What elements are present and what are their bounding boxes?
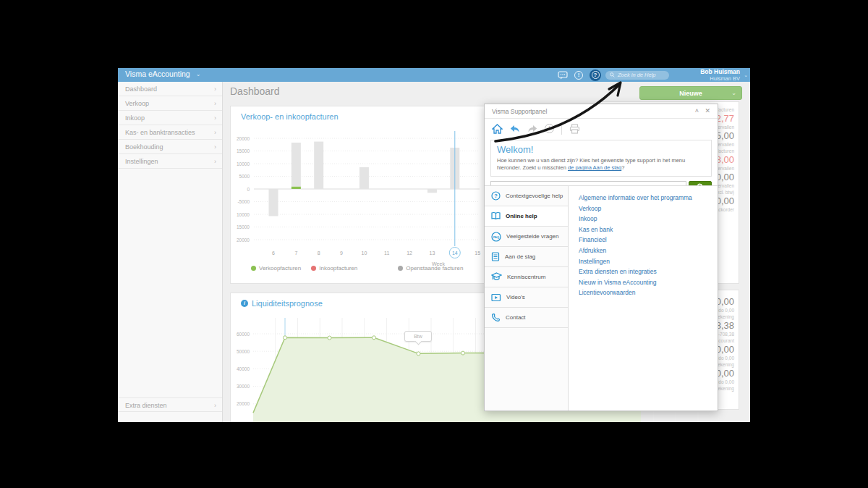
support-menu-label: Online help <box>506 213 537 219</box>
brand-label: Visma eAccounting <box>125 70 190 78</box>
aan-de-slag-link[interactable]: de pagina Aan de slag <box>568 164 621 171</box>
support-menu-contextgevoelige-help[interactable]: ?Contextgevoelige help <box>485 186 568 206</box>
support-menu-label: Video's <box>506 294 525 300</box>
chevron-right-icon: › <box>214 140 216 154</box>
svg-text:-15000: -15000 <box>237 224 250 230</box>
help-link-algemene-informatie-over-het-p[interactable]: Algemene informatie over het programma <box>579 193 718 203</box>
video-icon <box>491 293 501 302</box>
legend-dot-icon <box>251 266 256 271</box>
topbar-search-input[interactable]: Zoek in de Help <box>605 71 669 80</box>
welcome-title: Welkom! <box>497 144 705 155</box>
svg-text:8: 8 <box>318 251 320 256</box>
help-link-instellingen[interactable]: Instellingen <box>579 256 718 267</box>
sidebar-item-verkoop[interactable]: Verkoop› <box>118 96 222 111</box>
support-menu-label: Veelgestelde vragen <box>506 233 559 240</box>
support-menu-label: Contact <box>506 314 526 321</box>
welcome-text: Hoe kunnen we u van dienst zijn? Kies he… <box>497 157 705 172</box>
phone-icon <box>491 313 501 322</box>
sidebar-item-boekhouding[interactable]: Boekhouding› <box>118 140 222 154</box>
svg-text:30000: 30000 <box>237 384 250 389</box>
svg-text:5000: 5000 <box>239 174 250 179</box>
help-link-kas-en-bank[interactable]: Kas en bank <box>579 224 718 235</box>
question-circle-icon: ? <box>491 191 501 201</box>
letterbox: Visma eAccounting ⌄ ! ? Zoek in de Help … <box>0 0 868 488</box>
help-link-inkoop[interactable]: Inkoop <box>579 214 718 224</box>
svg-text:15000: 15000 <box>237 148 250 153</box>
svg-text:6: 6 <box>272 251 275 256</box>
chevron-down-icon: ⌄ <box>731 90 736 96</box>
svg-text:40000: 40000 <box>237 366 250 371</box>
minimize-icon[interactable]: ˄ <box>695 107 699 114</box>
chevron-right-icon: › <box>214 398 216 413</box>
sidebar-item-kas-en-banktransacties[interactable]: Kas- en banktransacties› <box>118 125 222 140</box>
user-company: Huisman BV <box>700 76 740 83</box>
help-link-extra-diensten-en-integraties[interactable]: Extra diensten en integraties <box>579 266 718 277</box>
print-icon[interactable] <box>569 124 580 134</box>
support-menu-aan-de-slag[interactable]: Aan de slag <box>485 247 568 267</box>
support-menu-online-help[interactable]: Online help <box>485 206 568 227</box>
svg-text:?: ? <box>494 193 498 199</box>
user-menu[interactable]: Bob Huisman Huisman BV <box>700 69 740 82</box>
page-title: Dashboard <box>230 85 280 97</box>
help-link-verkoop[interactable]: Verkoop <box>579 203 718 214</box>
svg-text:-10000: -10000 <box>237 212 250 217</box>
support-menu-label: Kenniscentrum <box>507 274 545 280</box>
svg-text:0: 0 <box>247 187 250 192</box>
svg-text:12: 12 <box>407 251 412 256</box>
info-icon[interactable]: ! <box>545 124 554 133</box>
sidebar-item-extra-diensten[interactable]: Extra diensten › <box>118 397 222 412</box>
sidebar-item-inkoop[interactable]: Inkoop› <box>118 111 222 125</box>
help-icon[interactable]: ? <box>590 70 601 81</box>
svg-text:-20000: -20000 <box>237 237 250 243</box>
close-icon[interactable]: ✕ <box>705 107 710 114</box>
support-menu-veelgestelde-vragen[interactable]: FAQVeelgestelde vragen <box>485 227 568 247</box>
chevron-right-icon: › <box>214 96 216 111</box>
welcome-box: Welkom! Hoe kunnen we u van dienst zijn?… <box>490 140 712 177</box>
svg-text:20000: 20000 <box>237 401 250 406</box>
svg-text:9: 9 <box>340 251 343 256</box>
svg-text:60000: 60000 <box>237 332 250 337</box>
support-panel-title: Visma Supportpanel <box>492 108 547 115</box>
support-menu-label: Aan de slag <box>505 253 535 260</box>
topbar: Visma eAccounting ⌄ ! ? Zoek in de Help … <box>118 68 750 82</box>
graduation-cap-icon <box>491 272 502 282</box>
sidebar-item-dashboard[interactable]: Dashboard› <box>118 82 222 96</box>
chart-tooltip: Btw <box>404 331 432 342</box>
support-menu-contact[interactable]: Contact <box>485 308 568 328</box>
sidebar-item-instellingen[interactable]: Instellingen› <box>118 154 222 169</box>
book-icon <box>491 211 501 221</box>
back-icon[interactable] <box>510 124 520 133</box>
sales-purchase-bar-chart: 20000150001000050000-5000-10000-15000-20… <box>237 128 482 270</box>
help-link-nieuw-in-visma-eaccounting[interactable]: Nieuw in Visma eAccounting <box>579 277 718 288</box>
home-icon[interactable] <box>492 124 503 134</box>
help-link-afdrukken[interactable]: Afdrukken <box>579 245 718 256</box>
document-icon <box>491 252 500 261</box>
brand-menu[interactable]: Visma eAccounting ⌄ <box>125 70 200 78</box>
notifications-icon[interactable]: ! <box>574 71 583 80</box>
svg-text:-5000: -5000 <box>237 199 250 204</box>
help-link-licentievoorwaarden[interactable]: Licentievoorwaarden <box>579 287 718 298</box>
svg-text:10: 10 <box>362 251 367 256</box>
svg-text:50000: 50000 <box>237 349 250 354</box>
help-link-financieel[interactable]: Financieel <box>579 235 718 245</box>
chevron-right-icon: › <box>214 125 216 140</box>
support-panel-toolbar: ! <box>485 119 718 138</box>
chat-bubble-icon[interactable] <box>558 71 568 80</box>
svg-text:10000: 10000 <box>237 161 250 167</box>
support-menu-video-s[interactable]: Video's <box>485 287 568 308</box>
svg-text:20000: 20000 <box>237 136 250 141</box>
legend-dot-icon <box>311 266 316 271</box>
legend-item[interactable]: Verkoopfacturen <box>251 265 301 272</box>
chevron-right-icon: › <box>214 82 216 96</box>
support-menu-kenniscentrum[interactable]: Kenniscentrum <box>485 267 568 287</box>
support-menu-label: Contextgevoelige help <box>506 193 563 199</box>
topbar-search-placeholder: Zoek in de Help <box>618 72 656 78</box>
forward-icon[interactable] <box>527 124 537 133</box>
legend-item[interactable]: Openstaande facturen <box>398 265 463 272</box>
svg-text:11: 11 <box>384 251 389 256</box>
support-panel-body: ?Contextgevoelige helpOnline helpFAQVeel… <box>485 185 718 411</box>
divider <box>561 123 562 135</box>
sidebar: Dashboard›Verkoop›Inkoop›Kas- en banktra… <box>118 82 223 422</box>
new-button[interactable]: Nieuwe ⌄ <box>639 86 742 100</box>
legend-item[interactable]: Inkoopfacturen <box>311 265 357 272</box>
